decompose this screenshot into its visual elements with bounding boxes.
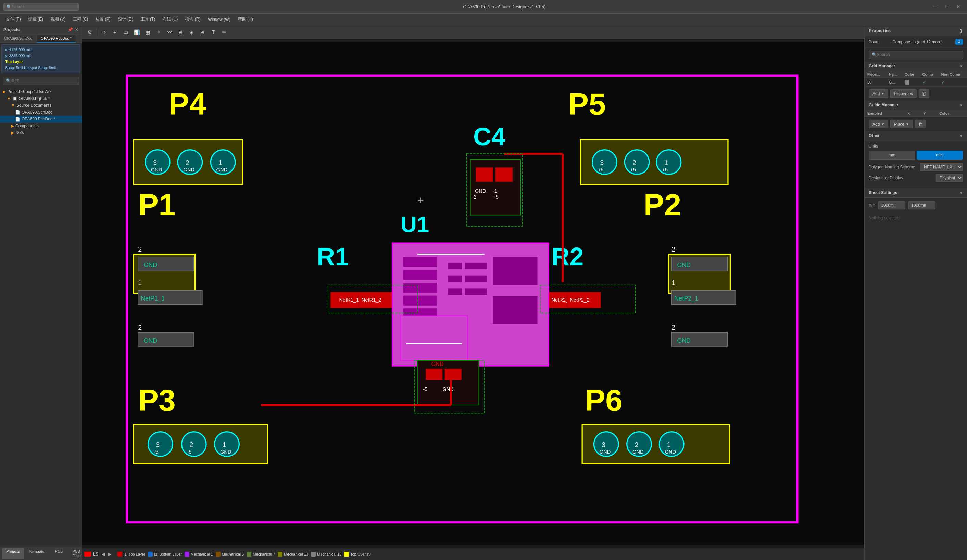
menu-edit[interactable]: 编辑 (E) — [25, 15, 46, 24]
grid-add-button[interactable]: Add ▼ — [869, 89, 888, 98]
panel-close-icon[interactable]: ✕ — [75, 27, 78, 32]
menu-route[interactable]: 布线 (U) — [159, 15, 181, 24]
btab-projects[interactable]: Projects — [2, 548, 24, 559]
btab-pcb[interactable]: PCB — [51, 548, 67, 559]
maximize-button[interactable]: □ — [942, 2, 952, 12]
layer-top[interactable]: [1] Top Layer — [117, 552, 145, 557]
sheet-y-input[interactable] — [908, 201, 936, 209]
guide-manager-header[interactable]: Guide Manager ▼ — [865, 100, 967, 110]
svg-text:R1: R1 — [317, 243, 349, 271]
toolbar-box-btn[interactable]: ⊞ — [198, 27, 207, 37]
pcb-canvas[interactable]: P4 P5 P1 P2 P3 P6 C4 C2 U1 R1 — [82, 39, 864, 548]
toolbar-grid-btn[interactable]: ▦ — [143, 27, 152, 37]
layer-mech1[interactable]: Mechanical 1 — [185, 552, 213, 557]
minimize-button[interactable]: — — [930, 2, 940, 12]
unit-mils-button[interactable]: mils — [917, 151, 963, 160]
toolbar-route-btn[interactable]: ⇒ — [99, 27, 109, 37]
tab-pcbdoc[interactable]: OPA690.PcbDoc * — [36, 35, 76, 43]
svg-text:1: 1 — [218, 159, 222, 166]
svg-text:GND: GND — [665, 449, 676, 455]
grid-row[interactable]: 50 G... ✓ ✓ — [865, 78, 967, 87]
layer-mech5[interactable]: Mechanical 5 — [216, 552, 244, 557]
right-panel-search-input[interactable] — [877, 53, 960, 57]
toolbar-crosshair-btn[interactable]: ⌖ — [154, 27, 163, 37]
guide-col-enabled: Enabled — [865, 110, 905, 117]
menu-place[interactable]: 放置 (P) — [92, 15, 114, 24]
unit-mm-button[interactable]: mm — [869, 151, 915, 160]
layer-color-top — [117, 552, 122, 557]
designator-display-select[interactable]: Physical — [936, 174, 963, 182]
menu-report[interactable]: 报告 (R) — [182, 15, 204, 24]
svg-text:P2: P2 — [644, 188, 682, 222]
menu-view[interactable]: 视图 (V) — [47, 15, 69, 24]
layer-bar: LS ◀ ▶ [1] Top Layer [2] Bottom Layer Me… — [82, 548, 864, 560]
close-button[interactable]: ✕ — [953, 2, 964, 12]
tree-schdoc[interactable]: 📄 OPA690.SchDoc — [0, 109, 82, 116]
toolbar-rect-btn[interactable]: ▭ — [121, 27, 130, 37]
tree-item-label: OPA690.PcbDoc * — [21, 117, 55, 122]
menu-bar: 文件 (F) 编辑 (E) 视图 (V) 工程 (C) 放置 (P) 设计 (D… — [0, 14, 967, 25]
project-search-box[interactable]: 🔍 — [3, 77, 79, 85]
title-bar-search[interactable]: 🔍 — [3, 3, 79, 11]
menu-file[interactable]: 文件 (F) — [3, 15, 24, 24]
svg-rect-86 — [493, 296, 538, 324]
layer-bottom[interactable]: [2] Bottom Layer — [148, 552, 182, 557]
menu-project[interactable]: 工程 (C) — [69, 15, 91, 24]
svg-text:+5: +5 — [662, 167, 668, 173]
svg-text:2: 2 — [672, 245, 675, 253]
board-filter-button[interactable]: ⚙ — [955, 39, 963, 45]
grid-manager-buttons: Add ▼ Properties 🗑 — [865, 87, 967, 100]
layer-next-arrow[interactable]: ▶ — [107, 551, 113, 557]
tree-project-group[interactable]: ▶ Project Group 1.DsnWrk — [0, 88, 82, 95]
panel-pin-icon[interactable]: 📌 — [68, 27, 73, 32]
svg-text:2: 2 — [138, 245, 142, 253]
tree-nets[interactable]: ▶ Nets — [0, 129, 82, 136]
window-controls: — □ ✕ — [930, 2, 964, 12]
tab-schdoc[interactable]: OPA690.SchDoc — [0, 35, 36, 43]
grid-name: G... — [886, 78, 902, 87]
tree-source-docs[interactable]: ▼ Source Documents — [0, 102, 82, 109]
polygon-naming-select[interactable]: NET NAME_LX≡ — [920, 163, 963, 171]
grid-manager-header[interactable]: Grid Manager ▼ — [865, 62, 967, 71]
layer-top-overlay[interactable]: Top Overlay — [344, 552, 371, 557]
coordinate-box: x: 4125.000 mil y: 3835.000 mil Top Laye… — [2, 44, 81, 73]
menu-window[interactable]: Window (W) — [205, 16, 234, 23]
sheet-settings-header[interactable]: Sheet Settings ▼ — [865, 188, 967, 198]
title-search-input[interactable] — [12, 5, 73, 9]
toolbar-wave-btn[interactable]: 〰 — [165, 27, 174, 37]
toolbar-add-btn[interactable]: + — [110, 27, 119, 37]
guide-place-button[interactable]: Place ▼ — [890, 120, 913, 128]
toolbar-diamond-btn[interactable]: ◈ — [186, 27, 196, 37]
other-section-header[interactable]: Other ▼ — [865, 131, 967, 140]
svg-text:3: 3 — [602, 441, 606, 448]
svg-text:-2: -2 — [472, 194, 477, 199]
btab-navigator[interactable]: Navigator — [25, 548, 50, 559]
menu-tools[interactable]: 工具 (T) — [137, 15, 159, 24]
svg-text:P4: P4 — [169, 87, 206, 121]
right-panel-collapse-icon[interactable]: ❯ — [959, 28, 963, 33]
grid-properties-button[interactable]: Properties — [890, 89, 917, 98]
project-search-input[interactable] — [11, 78, 76, 83]
toolbar-draw-btn[interactable]: ✏ — [219, 27, 229, 37]
layer-mech7[interactable]: Mechanical 7 — [246, 552, 275, 557]
layer-mech15[interactable]: Mechanical 15 — [311, 552, 342, 557]
toolbar-chart-btn[interactable]: 📊 — [132, 27, 142, 37]
svg-text:-5: -5 — [154, 449, 158, 455]
menu-help[interactable]: 帮助 (H) — [234, 15, 256, 24]
toolbar-text-btn[interactable]: T — [208, 27, 218, 37]
toolbar-filter-btn[interactable]: ⚙ — [85, 27, 94, 37]
menu-design[interactable]: 设计 (D) — [115, 15, 137, 24]
right-panel-search[interactable]: 🔍 — [869, 51, 963, 59]
grid-delete-button[interactable]: 🗑 — [919, 89, 929, 98]
tree-prjpcb[interactable]: ▼ 🔲 OPA690.PrjPcb * — [0, 95, 82, 102]
sheet-x-input[interactable] — [878, 201, 905, 209]
layer-mech13[interactable]: Mechanical 13 — [278, 552, 308, 557]
tree-pcbdoc[interactable]: 📄 OPA690.PcbDoc * — [0, 116, 82, 122]
layer-prev-arrow[interactable]: ◀ — [100, 551, 106, 557]
toolbar-circle-btn[interactable]: ⊕ — [176, 27, 185, 37]
guide-delete-button[interactable]: 🗑 — [915, 120, 926, 128]
svg-text:U1: U1 — [401, 212, 429, 237]
tree-item-label: Nets — [15, 130, 24, 135]
tree-components[interactable]: ▶ Components — [0, 122, 82, 129]
guide-add-button[interactable]: Add ▼ — [869, 120, 888, 128]
